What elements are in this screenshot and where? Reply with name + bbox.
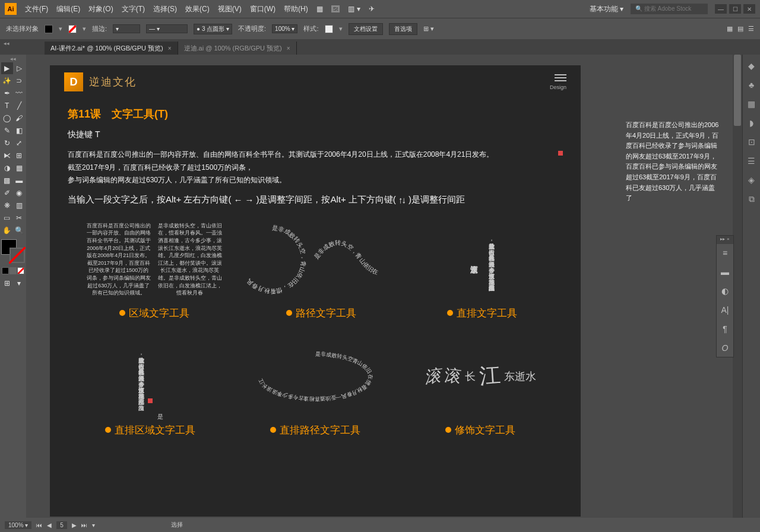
properties-icon[interactable]: ◆	[746, 61, 757, 71]
free-transform-tool[interactable]: ⊞	[14, 150, 26, 162]
zoom-tool[interactable]: 🔍	[14, 224, 26, 236]
gradient-mode[interactable]	[10, 267, 17, 274]
floating-panel[interactable]: ▸▸× ≡ ▬ ◐ A| ¶ O	[716, 235, 734, 357]
gradient-tool[interactable]: ▬	[14, 175, 26, 186]
minimize-button[interactable]: —	[715, 4, 727, 14]
snap-icon[interactable]: ▦	[727, 25, 733, 33]
tab-grip[interactable]: ◂◂	[4, 40, 10, 46]
panel-collapse-icon[interactable]: ▸▸	[720, 236, 725, 241]
tab-close-2[interactable]: ×	[287, 45, 290, 52]
opacity-value[interactable]: 100% ▾	[272, 24, 297, 33]
mesh-tool[interactable]: ▩	[1, 175, 13, 186]
stock-icon[interactable]: St	[331, 5, 340, 12]
eyedropper-tool[interactable]: ✐	[1, 187, 13, 199]
symbol-sprayer-tool[interactable]: ❋	[1, 200, 13, 211]
type-tool[interactable]: T	[1, 100, 13, 112]
doc-setup-button[interactable]: 文档设置	[349, 23, 383, 35]
tab-close-1[interactable]: ×	[168, 45, 172, 52]
line-tool[interactable]: ╱	[14, 100, 26, 112]
menu-select[interactable]: 选择(S)	[153, 4, 177, 14]
symbols-icon[interactable]: ☰	[746, 156, 757, 166]
scale-tool[interactable]: ⤢	[14, 137, 26, 149]
blend-tool[interactable]: ◉	[14, 187, 26, 199]
slice-tool[interactable]: ✂	[14, 212, 26, 224]
snap2-icon[interactable]: ▤	[737, 25, 743, 33]
gpu-icon[interactable]: ✈	[369, 5, 375, 13]
width-tool[interactable]: ⧔	[1, 150, 13, 162]
color-icon[interactable]: ▦	[746, 99, 757, 109]
graph-tool[interactable]: ▥	[14, 200, 26, 211]
nav-menu-icon[interactable]: ▾	[92, 522, 95, 528]
nav-prev-icon[interactable]: ◀	[47, 522, 52, 528]
swatches-icon[interactable]: ◗	[746, 118, 757, 128]
fill-swatch[interactable]	[45, 25, 53, 33]
paintbrush-tool[interactable]: 🖌	[14, 112, 26, 124]
panel-gradient-icon[interactable]: ▬	[720, 267, 730, 277]
shaper-tool[interactable]: ✎	[1, 125, 13, 137]
pen-tool[interactable]: ✒	[1, 87, 13, 99]
bridge-icon[interactable]: ▦	[316, 5, 323, 13]
curvature-tool[interactable]: 〰	[14, 87, 26, 99]
perspective-tool[interactable]: ▦	[14, 162, 26, 174]
panel-stroke-icon[interactable]: ≡	[720, 248, 730, 258]
layers-icon[interactable]: ⧉	[746, 194, 757, 204]
selection-tool[interactable]: ▶	[1, 62, 13, 74]
menu-object[interactable]: 对象(O)	[88, 4, 113, 14]
direct-selection-tool[interactable]: ▷	[14, 62, 26, 74]
stock-search[interactable]: 🔍 搜索 Adobe Stock	[631, 4, 708, 14]
shape-builder-tool[interactable]: ◑	[1, 162, 13, 174]
screen-mode-2[interactable]: ▾	[14, 277, 26, 289]
libraries-icon[interactable]: ♣	[746, 80, 757, 90]
var-width[interactable]: — ▾	[146, 24, 188, 33]
align-icon[interactable]: ⊞ ▾	[423, 25, 434, 33]
artboard-tool[interactable]: ▭	[1, 212, 13, 224]
nav-first-icon[interactable]: ⏮	[36, 522, 42, 528]
style-swatch[interactable]	[325, 25, 333, 33]
menu-file[interactable]: 文件(F)	[25, 4, 48, 14]
nav-next-icon[interactable]: ▶	[72, 522, 77, 528]
menu-type[interactable]: 文字(T)	[122, 4, 145, 14]
doc-tab-1[interactable]: AI-课件2.ai* @ 100% (RGB/GPU 预览) ×	[45, 42, 178, 55]
opts-menu-icon[interactable]: ☰	[748, 25, 754, 33]
brush-profile[interactable]: ● 3 点圆形 ▾	[194, 24, 232, 34]
menu-help[interactable]: 帮助(H)	[284, 4, 308, 14]
workspace-switcher[interactable]: 基本功能 ▾	[590, 4, 623, 14]
magic-wand-tool[interactable]: ✨	[1, 75, 13, 87]
canvas[interactable]: D 逆迪文化 Design 第11课 文字工具(T) 快捷键 T 百度百科是百度…	[26, 55, 742, 518]
zoom-level[interactable]: 100% ▾	[5, 521, 31, 529]
eraser-tool[interactable]: ◧	[14, 125, 26, 137]
panel-transparency-icon[interactable]: ◐	[720, 286, 730, 296]
artboard-number[interactable]: 5	[56, 521, 67, 529]
screen-mode[interactable]: ⊞	[1, 277, 13, 289]
panel-close-icon[interactable]: ×	[727, 236, 732, 241]
panel-char-icon[interactable]: A|	[720, 305, 730, 315]
fill-stroke-control[interactable]	[1, 239, 25, 263]
menu-edit[interactable]: 编辑(E)	[56, 4, 80, 14]
toolbox-grip[interactable]: ◂◂	[1, 56, 25, 62]
brushes-icon[interactable]: ⊡	[746, 137, 757, 147]
hand-tool[interactable]: ✋	[1, 224, 13, 236]
maximize-button[interactable]: ☐	[729, 4, 741, 14]
stroke-swatch[interactable]	[68, 25, 77, 33]
lasso-tool[interactable]: ⊃	[14, 75, 26, 87]
scroll-thumb[interactable]	[734, 55, 741, 126]
doc-tab-2[interactable]: 逆迪.ai @ 100% (RGB/GPU 预览) ×	[178, 42, 297, 55]
touch-type-label: 修饰文字工具	[445, 423, 515, 437]
close-button[interactable]: ✕	[743, 4, 755, 14]
vertical-scrollbar[interactable]	[733, 55, 742, 518]
menu-window[interactable]: 窗口(W)	[250, 4, 276, 14]
color-mode[interactable]	[2, 267, 9, 274]
rectangle-tool[interactable]: ◯	[1, 112, 13, 124]
panel-para-icon[interactable]: ¶	[720, 324, 730, 334]
stroke-weight[interactable]: ▾	[113, 24, 140, 33]
prefs-button[interactable]: 首选项	[389, 23, 417, 35]
stroke-label: 描边:	[92, 24, 107, 33]
nav-last-icon[interactable]: ⏭	[81, 522, 87, 528]
stroke-icon[interactable]: ◈	[746, 175, 757, 185]
panel-opentype-icon[interactable]: O	[720, 343, 730, 353]
rotate-tool[interactable]: ↻	[1, 137, 13, 149]
none-mode[interactable]	[17, 267, 24, 274]
menu-view[interactable]: 视图(V)	[218, 4, 242, 14]
arrange-icon[interactable]: ▥ ▾	[348, 5, 360, 13]
menu-effect[interactable]: 效果(C)	[185, 4, 210, 14]
